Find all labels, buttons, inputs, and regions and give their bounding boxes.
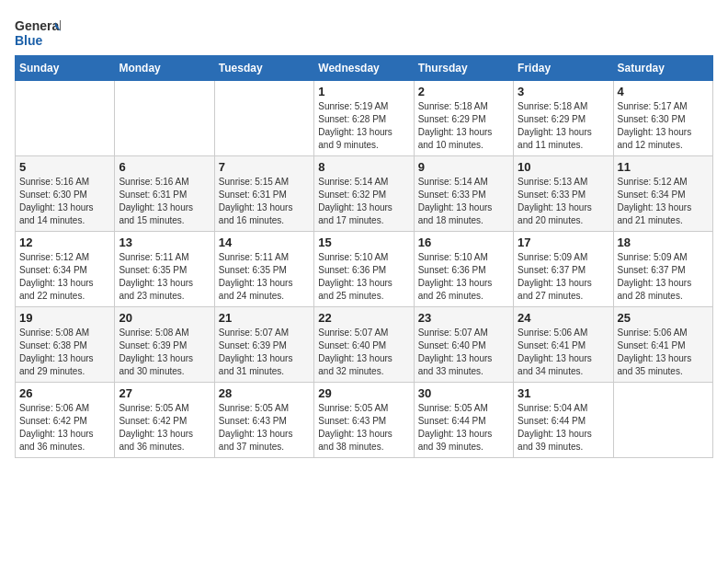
calendar-cell: 20Sunrise: 5:08 AM Sunset: 6:39 PM Dayli… (115, 307, 214, 383)
day-info: Sunrise: 5:11 AM Sunset: 6:35 PM Dayligh… (219, 251, 310, 303)
day-info: Sunrise: 5:06 AM Sunset: 6:41 PM Dayligh… (518, 327, 609, 378)
calendar-cell: 16Sunrise: 5:10 AM Sunset: 6:36 PM Dayli… (414, 232, 513, 307)
day-number: 17 (518, 236, 609, 249)
day-number: 14 (219, 236, 310, 249)
calendar-table: SundayMondayTuesdayWednesdayThursdayFrid… (15, 55, 713, 458)
calendar-cell (214, 81, 313, 156)
calendar-cell: 21Sunrise: 5:07 AM Sunset: 6:39 PM Dayli… (214, 307, 313, 383)
day-info: Sunrise: 5:09 AM Sunset: 6:37 PM Dayligh… (518, 251, 609, 303)
day-info: Sunrise: 5:12 AM Sunset: 6:34 PM Dayligh… (19, 251, 110, 303)
day-header-saturday: Saturday (613, 56, 712, 81)
day-number: 10 (518, 160, 609, 174)
calendar-cell: 6Sunrise: 5:16 AM Sunset: 6:31 PM Daylig… (115, 156, 214, 232)
day-info: Sunrise: 5:14 AM Sunset: 6:33 PM Dayligh… (418, 176, 509, 227)
day-number: 29 (318, 386, 409, 400)
day-number: 2 (418, 85, 509, 98)
day-number: 18 (618, 236, 709, 249)
day-number: 13 (119, 236, 210, 249)
day-info: Sunrise: 5:10 AM Sunset: 6:36 PM Dayligh… (418, 251, 509, 303)
day-number: 8 (318, 160, 409, 174)
day-number: 15 (318, 236, 409, 249)
day-info: Sunrise: 5:06 AM Sunset: 6:41 PM Dayligh… (618, 327, 709, 378)
calendar-cell: 9Sunrise: 5:14 AM Sunset: 6:33 PM Daylig… (414, 156, 513, 232)
day-header-monday: Monday (115, 56, 214, 81)
day-number: 16 (418, 236, 509, 249)
calendar-cell: 30Sunrise: 5:05 AM Sunset: 6:44 PM Dayli… (414, 383, 513, 458)
day-number: 30 (418, 386, 509, 400)
day-number: 27 (119, 386, 210, 400)
day-header-sunday: Sunday (16, 56, 115, 81)
day-info: Sunrise: 5:14 AM Sunset: 6:32 PM Dayligh… (318, 176, 409, 227)
calendar-cell: 8Sunrise: 5:14 AM Sunset: 6:32 PM Daylig… (314, 156, 414, 232)
day-number: 4 (618, 85, 709, 98)
day-info: Sunrise: 5:08 AM Sunset: 6:39 PM Dayligh… (119, 327, 210, 378)
calendar-cell: 7Sunrise: 5:15 AM Sunset: 6:31 PM Daylig… (214, 156, 313, 232)
calendar-cell: 24Sunrise: 5:06 AM Sunset: 6:41 PM Dayli… (514, 307, 613, 383)
day-info: Sunrise: 5:07 AM Sunset: 6:40 PM Dayligh… (318, 327, 409, 378)
calendar-cell (115, 81, 214, 156)
day-number: 21 (219, 311, 310, 325)
day-number: 1 (318, 85, 409, 98)
day-info: Sunrise: 5:11 AM Sunset: 6:35 PM Dayligh… (119, 251, 210, 303)
calendar-week-row: 26Sunrise: 5:06 AM Sunset: 6:42 PM Dayli… (16, 383, 713, 458)
calendar-cell: 29Sunrise: 5:05 AM Sunset: 6:43 PM Dayli… (314, 383, 414, 458)
day-info: Sunrise: 5:16 AM Sunset: 6:31 PM Dayligh… (119, 176, 210, 227)
calendar-cell: 1Sunrise: 5:19 AM Sunset: 6:28 PM Daylig… (314, 81, 414, 156)
day-info: Sunrise: 5:13 AM Sunset: 6:33 PM Dayligh… (518, 176, 609, 227)
day-number: 24 (518, 311, 609, 325)
day-number: 25 (618, 311, 709, 325)
day-info: Sunrise: 5:05 AM Sunset: 6:43 PM Dayligh… (219, 402, 310, 454)
logo: GeneralBlue (15, 15, 61, 52)
day-number: 12 (19, 236, 110, 249)
day-info: Sunrise: 5:05 AM Sunset: 6:44 PM Dayligh… (418, 402, 509, 454)
day-header-tuesday: Tuesday (214, 56, 313, 81)
day-info: Sunrise: 5:18 AM Sunset: 6:29 PM Dayligh… (518, 100, 609, 152)
day-number: 11 (618, 160, 709, 174)
day-info: Sunrise: 5:12 AM Sunset: 6:34 PM Dayligh… (618, 176, 709, 227)
day-info: Sunrise: 5:07 AM Sunset: 6:39 PM Dayligh… (219, 327, 310, 378)
calendar-cell: 19Sunrise: 5:08 AM Sunset: 6:38 PM Dayli… (16, 307, 115, 383)
day-number: 5 (19, 160, 110, 174)
day-number: 28 (219, 386, 310, 400)
calendar-cell: 17Sunrise: 5:09 AM Sunset: 6:37 PM Dayli… (514, 232, 613, 307)
day-info: Sunrise: 5:16 AM Sunset: 6:30 PM Dayligh… (19, 176, 110, 227)
day-info: Sunrise: 5:08 AM Sunset: 6:38 PM Dayligh… (19, 327, 110, 378)
day-number: 7 (219, 160, 310, 174)
logo-svg: GeneralBlue (15, 15, 61, 52)
calendar-cell: 5Sunrise: 5:16 AM Sunset: 6:30 PM Daylig… (16, 156, 115, 232)
day-info: Sunrise: 5:19 AM Sunset: 6:28 PM Dayligh… (318, 100, 409, 152)
day-info: Sunrise: 5:09 AM Sunset: 6:37 PM Dayligh… (618, 251, 709, 303)
calendar-cell: 4Sunrise: 5:17 AM Sunset: 6:30 PM Daylig… (613, 81, 712, 156)
calendar-cell: 12Sunrise: 5:12 AM Sunset: 6:34 PM Dayli… (16, 232, 115, 307)
calendar-header-row: SundayMondayTuesdayWednesdayThursdayFrid… (16, 56, 713, 81)
svg-text:General: General (15, 18, 61, 33)
calendar-cell: 14Sunrise: 5:11 AM Sunset: 6:35 PM Dayli… (214, 232, 313, 307)
calendar-cell: 28Sunrise: 5:05 AM Sunset: 6:43 PM Dayli… (214, 383, 313, 458)
svg-text:Blue: Blue (15, 33, 43, 48)
day-info: Sunrise: 5:15 AM Sunset: 6:31 PM Dayligh… (219, 176, 310, 227)
calendar-cell: 3Sunrise: 5:18 AM Sunset: 6:29 PM Daylig… (514, 81, 613, 156)
header: GeneralBlue (15, 15, 713, 52)
day-header-wednesday: Wednesday (314, 56, 414, 81)
day-header-friday: Friday (514, 56, 613, 81)
day-number: 23 (418, 311, 509, 325)
day-number: 22 (318, 311, 409, 325)
calendar-week-row: 5Sunrise: 5:16 AM Sunset: 6:30 PM Daylig… (16, 156, 713, 232)
calendar-week-row: 1Sunrise: 5:19 AM Sunset: 6:28 PM Daylig… (16, 81, 713, 156)
calendar-cell: 10Sunrise: 5:13 AM Sunset: 6:33 PM Dayli… (514, 156, 613, 232)
day-number: 6 (119, 160, 210, 174)
calendar-cell: 27Sunrise: 5:05 AM Sunset: 6:42 PM Dayli… (115, 383, 214, 458)
day-info: Sunrise: 5:04 AM Sunset: 6:44 PM Dayligh… (518, 402, 609, 454)
day-number: 20 (119, 311, 210, 325)
calendar-cell: 15Sunrise: 5:10 AM Sunset: 6:36 PM Dayli… (314, 232, 414, 307)
day-info: Sunrise: 5:05 AM Sunset: 6:43 PM Dayligh… (318, 402, 409, 454)
day-info: Sunrise: 5:07 AM Sunset: 6:40 PM Dayligh… (418, 327, 509, 378)
calendar-cell (16, 81, 115, 156)
day-header-thursday: Thursday (414, 56, 513, 81)
calendar-cell: 18Sunrise: 5:09 AM Sunset: 6:37 PM Dayli… (613, 232, 712, 307)
day-number: 9 (418, 160, 509, 174)
calendar-cell (613, 383, 712, 458)
calendar-cell: 26Sunrise: 5:06 AM Sunset: 6:42 PM Dayli… (16, 383, 115, 458)
calendar-cell: 25Sunrise: 5:06 AM Sunset: 6:41 PM Dayli… (613, 307, 712, 383)
calendar-cell: 31Sunrise: 5:04 AM Sunset: 6:44 PM Dayli… (514, 383, 613, 458)
